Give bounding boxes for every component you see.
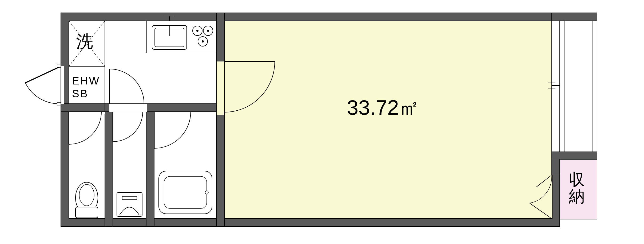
washing-label: 洗: [76, 32, 93, 51]
svg-rect-2: [57, 64, 61, 67]
toilet-tank: [75, 207, 98, 218]
storage-label: 収 納: [569, 171, 585, 205]
area-label: 33.72㎡: [347, 96, 420, 119]
burner-1-dot: [196, 30, 198, 32]
bathtub-drain: [205, 191, 208, 194]
balcony-door-opening: [552, 21, 560, 152]
ehw-label: EHW: [72, 75, 100, 87]
wall-toilet-right: [105, 104, 113, 227]
floorplan-svg: [0, 0, 644, 244]
bathtub-inner: [164, 176, 207, 208]
burner-2-dot: [207, 30, 209, 32]
toilet-door-opening: [69, 112, 105, 114]
entrance-door-arc: [25, 83, 61, 104]
toilet-seat: [79, 184, 94, 206]
floor-plan: 洗 EHW SB 33.72㎡ 収 納: [0, 0, 644, 244]
wall-above-storage: [552, 152, 597, 160]
burner-3-dot: [202, 40, 204, 42]
wall-seg-left-mid: [61, 104, 105, 112]
main-room: [224, 21, 552, 219]
wall-kitchen-main: [216, 13, 224, 227]
vanity-faucet: [122, 196, 137, 200]
wall-top-right: [552, 13, 597, 21]
door-opening-main: [216, 61, 224, 115]
kitchen-door-opening: [109, 104, 147, 112]
storage-wall-upper: [552, 159, 560, 175]
svg-rect-3: [57, 103, 61, 106]
sb-label: SB: [72, 88, 88, 99]
balcony: [560, 16, 597, 152]
wall-vanity-right: [146, 104, 154, 227]
entrance-door-leaf: [25, 66, 61, 83]
